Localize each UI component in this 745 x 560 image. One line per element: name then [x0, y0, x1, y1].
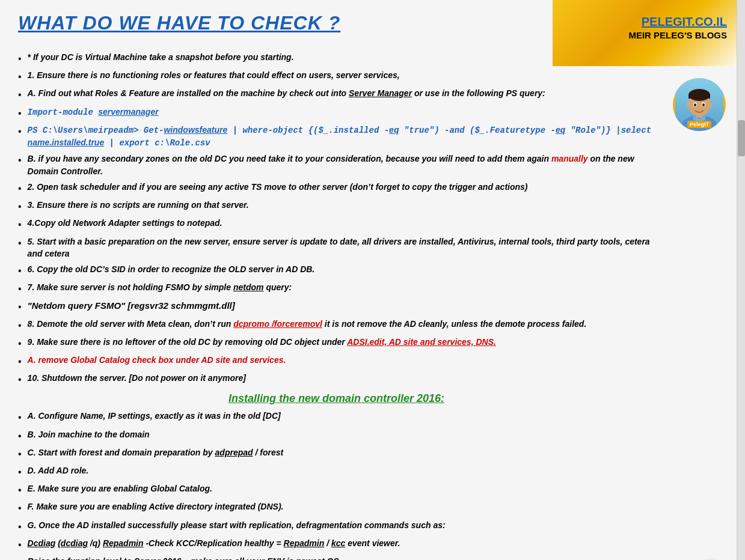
bullet-text: 4.Copy old Network Adapter settings to n… [28, 217, 655, 229]
list-item: D. Add AD role. [18, 464, 655, 479]
svg-point-11 [708, 102, 712, 108]
bullet-text: B. Join machine to the domain [28, 428, 655, 440]
list-item: 10. Shutdown the server. [Do not power o… [18, 372, 655, 386]
list-item: A. remove Global Catalog check box under… [18, 354, 655, 368]
list-item: Raise the function level to Server 2016 … [18, 555, 655, 560]
main-content: * If your DC is Virtual Machine take a s… [18, 51, 727, 560]
list-item: Import-module servermanager [18, 106, 655, 120]
svg-point-8 [694, 103, 696, 106]
bullet-text: 1. Ensure there is no functioning roles … [28, 69, 655, 81]
list-item: * If your DC is Virtual Machine take a s… [18, 51, 655, 65]
page-title: WHAT DO WE HAVE TO CHECK ? [18, 12, 340, 34]
list-item: 3. Ensure there is no scripts are runnin… [18, 199, 655, 213]
bullet-text: 3. Ensure there is no scripts are runnin… [28, 199, 655, 211]
install-list: A. Configure Name, IP settings, exactly … [18, 410, 655, 560]
bullet-text: 10. Shutdown the server. [Do not power o… [28, 372, 655, 384]
avatar: PelegIT [673, 78, 726, 131]
brand-link[interactable]: PELEGIT.CO.IL [628, 15, 727, 29]
pre-install-list: * If your DC is Virtual Machine take a s… [18, 51, 655, 386]
list-item: 9. Make sure there is no leftover of the… [18, 336, 655, 350]
list-item: B. Join machine to the domain [18, 428, 655, 443]
bullet-text: Raise the function level to Server 2016 … [28, 555, 655, 560]
bullet-text: C. Start with forest and domain preparat… [28, 446, 655, 458]
svg-point-9 [702, 103, 705, 106]
bullet-text: Dcdiag (dcdiag /q) Repadmin -Check KCC/R… [28, 537, 655, 549]
bullet-text: D. Add AD role. [28, 464, 655, 476]
list-item: G. Once the AD installed successfully pl… [18, 519, 655, 534]
bullet-text: * If your DC is Virtual Machine take a s… [28, 51, 655, 63]
bullet-text: 7. Make sure server is not holding FSMO … [28, 281, 655, 293]
bullet-text: Import-module servermanager [28, 106, 655, 118]
bullet-text: "Netdom query FSMO" [regsvr32 schmmgmt.d… [28, 299, 655, 312]
bullet-text: A. remove Global Catalog check box under… [28, 354, 655, 366]
list-item: Dcdiag (dcdiag /q) Repadmin -Check KCC/R… [18, 537, 655, 552]
bullet-text: G. Once the AD installed successfully pl… [28, 519, 655, 531]
bullet-text: F. Make sure you are enabling Active dir… [28, 501, 655, 513]
bullet-text: A. Find out what Roles & Feature are ins… [28, 87, 655, 99]
list-item: 2. Open task scheduler and if you are se… [18, 181, 655, 195]
bullet-text: 9. Make sure there is no leftover of the… [28, 336, 655, 348]
bullet-text: A. Configure Name, IP settings, exactly … [28, 410, 655, 422]
list-item: 8. Demote the old server with Meta clean… [18, 318, 655, 332]
install-title: Installing the new domain controller 201… [18, 392, 655, 405]
list-item: A. Configure Name, IP settings, exactly … [18, 410, 655, 424]
list-item: B. if you have any secondary zones on th… [18, 153, 655, 177]
bullet-text: B. if you have any secondary zones on th… [28, 153, 655, 177]
header: WHAT DO WE HAVE TO CHECK ? PELEGIT.CO.IL… [18, 12, 727, 40]
avatar-label: PelegIT [687, 121, 711, 128]
bullet-text: E. Make sure you are enabling Global Cat… [28, 482, 655, 495]
list-item: "Netdom query FSMO" [regsvr32 schmmgmt.d… [18, 299, 655, 314]
bullet-text: PS C:\Users\meirpeadm> Get-windowsfeatur… [28, 124, 655, 150]
brand-block: PELEGIT.CO.IL MEIR PELEG'S BLOGS [628, 12, 727, 40]
list-item: 5. Start with a basic preparation on the… [18, 236, 655, 260]
list-item: C. Start with forest and domain preparat… [18, 446, 655, 461]
svg-point-10 [687, 102, 690, 108]
bullet-text: 5. Start with a basic preparation on the… [28, 236, 655, 260]
list-item: 1. Ensure there is no functioning roles … [18, 69, 655, 84]
list-item: 6. Copy the old DC’s SID in order to rec… [18, 263, 655, 278]
svg-rect-5 [688, 95, 710, 99]
list-item: 4.Copy old Network Adapter settings to n… [18, 217, 655, 231]
list-item: PS C:\Users\meirpeadm> Get-windowsfeatur… [18, 124, 655, 150]
list-item: 7. Make sure server is not holding FSMO … [18, 281, 655, 296]
brand-sub: MEIR PELEG'S BLOGS [628, 30, 727, 40]
list-item: F. Make sure you are enabling Active dir… [18, 501, 655, 515]
bullet-text: 8. Demote the old server with Meta clean… [28, 318, 655, 330]
avatar-area: PelegIT [673, 78, 727, 132]
list-item: E. Make sure you are enabling Global Cat… [18, 482, 655, 497]
bullet-text: 2. Open task scheduler and if you are se… [28, 181, 655, 193]
bullet-text: 6. Copy the old DC’s SID in order to rec… [28, 263, 655, 275]
list-item: A. Find out what Roles & Feature are ins… [18, 87, 655, 102]
